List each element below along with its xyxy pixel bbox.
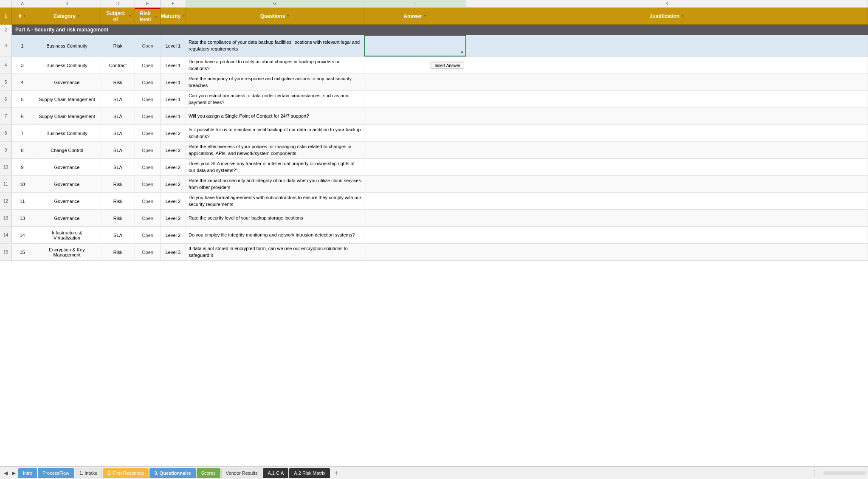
- col-header-d: D: [101, 0, 135, 7]
- tab-vendorresults[interactable]: Vendor Results: [221, 468, 262, 478]
- cell-justification-8[interactable]: [466, 159, 868, 175]
- cell-justification-1[interactable]: [466, 35, 868, 56]
- cell-answer-6[interactable]: [364, 125, 466, 141]
- cell-category-9: Governance: [33, 176, 101, 192]
- cell-num-10: 11: [12, 193, 33, 209]
- add-sheet-button[interactable]: +: [331, 469, 341, 477]
- tab-a1cia[interactable]: A.1 CIA: [263, 468, 288, 478]
- tab-1intake[interactable]: 1. Intake: [75, 468, 102, 478]
- cell-subject-4: SLA: [101, 91, 135, 107]
- tab-more-button[interactable]: ⋮: [807, 469, 821, 477]
- cell-answer-7[interactable]: [364, 142, 466, 158]
- cell-num-13: 15: [12, 244, 33, 260]
- col-header-g: G: [186, 0, 364, 7]
- tab-intro[interactable]: Intro: [18, 468, 37, 478]
- filter-arrow-risk[interactable]: ▼: [154, 15, 158, 19]
- cell-num-5: 6: [12, 108, 33, 124]
- cell-risk-8: Open: [135, 159, 161, 175]
- table-row: 4 3 Business Continuity Contract Open Le…: [0, 57, 868, 74]
- filter-arrow-num[interactable]: ▼: [23, 14, 26, 18]
- main-content: A B D E F G I K 1 # ▼ Category ▼ Subject…: [0, 0, 868, 479]
- cell-risk-10: Open: [135, 193, 161, 209]
- cell-maturity-6: Level 2: [161, 125, 186, 141]
- filter-arrow-justification[interactable]: ▼: [681, 14, 684, 18]
- cell-answer-3[interactable]: [364, 74, 466, 90]
- row-num-12: 12: [0, 193, 12, 209]
- row-num-3: 3: [0, 35, 12, 56]
- section-row: 2 Part A - Security and risk management: [0, 25, 868, 35]
- filter-arrow-answer[interactable]: ▼: [423, 14, 427, 18]
- cell-answer-10[interactable]: [364, 193, 466, 209]
- spreadsheet: A B D E F G I K 1 # ▼ Category ▼ Subject…: [0, 0, 868, 479]
- cell-questions-11: Rate the security level of your backup s…: [186, 210, 364, 226]
- table-row: 8 7 Business Continuity SLA Open Level 2…: [0, 125, 868, 142]
- tab-scores[interactable]: Scores: [197, 468, 220, 478]
- cell-subject-8: SLA: [101, 159, 135, 175]
- col-header-k: K: [466, 0, 868, 7]
- filter-arrow-maturity[interactable]: ▼: [182, 14, 185, 18]
- cell-answer-8[interactable]: [364, 159, 466, 175]
- cell-maturity-1: Level 1: [161, 35, 186, 56]
- answer-dropdown-arrow-1[interactable]: ▼: [460, 50, 464, 55]
- cell-answer-5[interactable]: [364, 108, 466, 124]
- tab-2firstresponse[interactable]: 2. First Response: [103, 468, 149, 478]
- tab-a2riskmatrix[interactable]: A.2 Risk Matrix: [289, 468, 330, 478]
- cell-justification-12[interactable]: [466, 227, 868, 243]
- cell-justification-4[interactable]: [466, 91, 868, 107]
- cell-justification-13[interactable]: [466, 244, 868, 260]
- cell-justification-10[interactable]: [466, 193, 868, 209]
- cell-subject-1: Risk: [101, 35, 135, 56]
- filter-arrow-subject[interactable]: ▼: [129, 14, 132, 18]
- cell-answer-9[interactable]: [364, 176, 466, 192]
- cell-category-5: Supply Chain Management: [33, 108, 101, 124]
- cell-answer-12[interactable]: [364, 227, 466, 243]
- cell-num-2: 3: [12, 57, 33, 73]
- cell-justification-6[interactable]: [466, 125, 868, 141]
- cell-justification-2[interactable]: [466, 57, 868, 73]
- cell-questions-5: Will you assign a Single Point of Contac…: [186, 108, 364, 124]
- header-justification: Justification ▼: [466, 8, 868, 25]
- cell-answer-2[interactable]: Insert Answer: [364, 57, 466, 73]
- cell-risk-6: Open: [135, 125, 161, 141]
- cell-justification-9[interactable]: [466, 176, 868, 192]
- header-num: # ▼: [12, 8, 33, 25]
- row-num-5: 5: [0, 74, 12, 90]
- table-row: 11 10 Governance Risk Open Level 2 Rate …: [0, 176, 868, 193]
- cell-justification-3[interactable]: [466, 74, 868, 90]
- tab-nav-right[interactable]: ▶: [10, 470, 17, 476]
- row-num-11: 11: [0, 176, 12, 192]
- cell-justification-7[interactable]: [466, 142, 868, 158]
- cell-justification-11[interactable]: [466, 210, 868, 226]
- cell-answer-1[interactable]: ▼: [364, 35, 466, 56]
- cell-questions-4: Can you restrict our access to data unde…: [186, 91, 364, 107]
- insert-answer-button[interactable]: Insert Answer: [431, 62, 464, 69]
- table-row: 10 9 Governance SLA Open Level 2 Does yo…: [0, 159, 868, 176]
- header-rownum: 1: [0, 8, 12, 25]
- data-area[interactable]: 3 1 Business Continuity Risk Open Level …: [0, 35, 868, 466]
- col-header-e: E: [135, 0, 161, 7]
- section-label: Part A - Security and risk management: [12, 25, 868, 35]
- cell-justification-5[interactable]: [466, 108, 868, 124]
- cell-num-3: 4: [12, 74, 33, 90]
- row-num-15: 15: [0, 244, 12, 260]
- cell-risk-9: Open: [135, 176, 161, 192]
- tab-3questionnaire[interactable]: 3. Questionnaire: [149, 468, 195, 478]
- tab-nav-left[interactable]: ◀: [2, 470, 9, 476]
- tab-processflow[interactable]: ProcessFlow: [38, 468, 74, 478]
- header-maturity: Maturity ▼: [161, 8, 186, 25]
- cell-answer-4[interactable]: [364, 91, 466, 107]
- table-row: 9 8 Change Control SLA Open Level 2 Rate…: [0, 142, 868, 159]
- cell-category-6: Business Continuity: [33, 125, 101, 141]
- table-row: 13 13 Governance Risk Open Level 2 Rate …: [0, 210, 868, 227]
- cell-num-1: 1: [12, 35, 33, 56]
- cell-answer-11[interactable]: [364, 210, 466, 226]
- filter-arrow-category[interactable]: ▼: [77, 14, 80, 18]
- cell-answer-13[interactable]: [364, 244, 466, 260]
- cell-questions-12: Do you employ file integrity monitoring …: [186, 227, 364, 243]
- cell-num-8: 9: [12, 159, 33, 175]
- cell-maturity-11: Level 2: [161, 210, 186, 226]
- cell-risk-7: Open: [135, 142, 161, 158]
- scrollbar-track[interactable]: [823, 471, 866, 475]
- filter-arrow-questions[interactable]: ▼: [286, 14, 290, 18]
- col-header-row: A B D E F G I K: [0, 0, 868, 8]
